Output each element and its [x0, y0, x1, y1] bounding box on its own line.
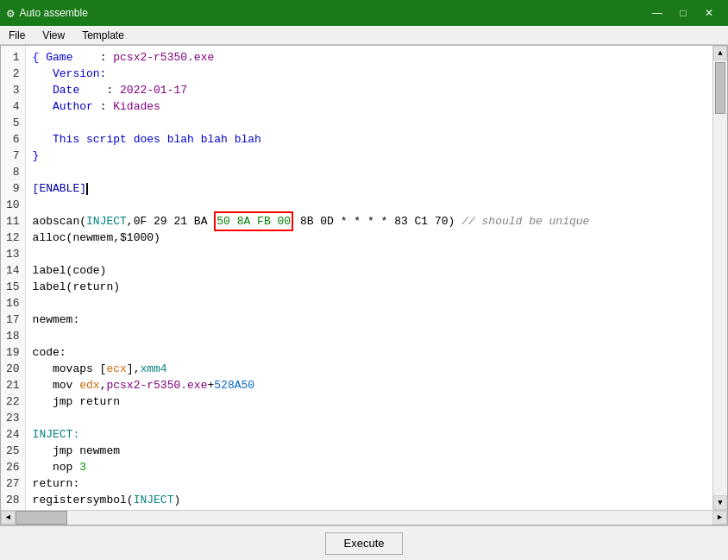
line-9: [ENABLE] — [33, 180, 706, 197]
line-11: aobscan(INJECT,0F 29 21 BA 50 8A FB 00 8… — [33, 213, 706, 230]
code-editor[interactable]: { Game : pcsx2-r5350.exe Version: Date :… — [26, 46, 712, 510]
line-23 — [33, 410, 706, 426]
horizontal-scrollbar[interactable]: ◄ ► — [1, 510, 727, 525]
scroll-left-button[interactable]: ◄ — [1, 511, 16, 525]
line-12: alloc(newmem,$1000) — [33, 230, 706, 246]
scroll-right-button[interactable]: ► — [712, 511, 727, 525]
title-bar: ⚙ Auto assemble — □ ✕ — [0, 0, 728, 26]
line-29 — [33, 508, 706, 510]
line-19: code: — [33, 344, 706, 361]
maximize-button[interactable]: □ — [671, 4, 695, 22]
line-7: } — [33, 148, 706, 164]
window-title: Auto assemble — [19, 7, 87, 19]
line-22: jmp return — [33, 393, 706, 410]
menu-template[interactable]: Template — [73, 26, 133, 44]
line-10 — [33, 197, 706, 213]
line-26: nop 3 — [33, 459, 706, 475]
line-3: Date : 2022-01-17 — [33, 82, 706, 98]
line-6: This script does blah blah blah — [33, 131, 706, 148]
line-15: label(return) — [33, 279, 706, 295]
menu-bar: File View Template — [0, 26, 728, 45]
editor-container: 1 2 3 4 5 6 7 8 9 10 11 12 13 14 15 16 1… — [0, 45, 728, 525]
line-2: Version: — [33, 66, 706, 82]
scroll-thumb-h[interactable] — [16, 511, 67, 525]
line-numbers: 1 2 3 4 5 6 7 8 9 10 11 12 13 14 15 16 1… — [1, 46, 26, 510]
line-21: mov edx,pcsx2-r5350.exe+528A50 — [33, 377, 706, 393]
scroll-down-button[interactable]: ▼ — [713, 495, 727, 510]
line-4: Author : Kidades — [33, 98, 706, 115]
line-8 — [33, 164, 706, 180]
menu-view[interactable]: View — [34, 26, 73, 44]
line-25: jmp newmem — [33, 443, 706, 459]
app-icon: ⚙ — [7, 6, 14, 21]
close-button[interactable]: ✕ — [697, 4, 721, 22]
scroll-up-button[interactable]: ▲ — [713, 46, 727, 60]
bottom-bar: Execute — [0, 525, 728, 560]
vertical-scrollbar[interactable]: ▲ ▼ — [712, 46, 727, 510]
line-14: label(code) — [33, 262, 706, 279]
line-13 — [33, 246, 706, 262]
menu-file[interactable]: File — [0, 26, 34, 44]
line-18 — [33, 328, 706, 344]
line-28: registersymbol(INJECT) — [33, 492, 706, 508]
line-20: movaps [ecx],xmm4 — [33, 361, 706, 377]
line-1: { Game : pcsx2-r5350.exe — [33, 49, 706, 66]
line-17: newmem: — [33, 311, 706, 328]
line-27: return: — [33, 475, 706, 492]
scroll-track-h — [16, 511, 712, 525]
minimize-button[interactable]: — — [645, 4, 669, 22]
line-16 — [33, 295, 706, 311]
scroll-thumb-v[interactable] — [715, 62, 725, 114]
line-24: INJECT: — [33, 426, 706, 443]
line-5 — [33, 115, 706, 131]
execute-button[interactable]: Execute — [325, 532, 403, 555]
